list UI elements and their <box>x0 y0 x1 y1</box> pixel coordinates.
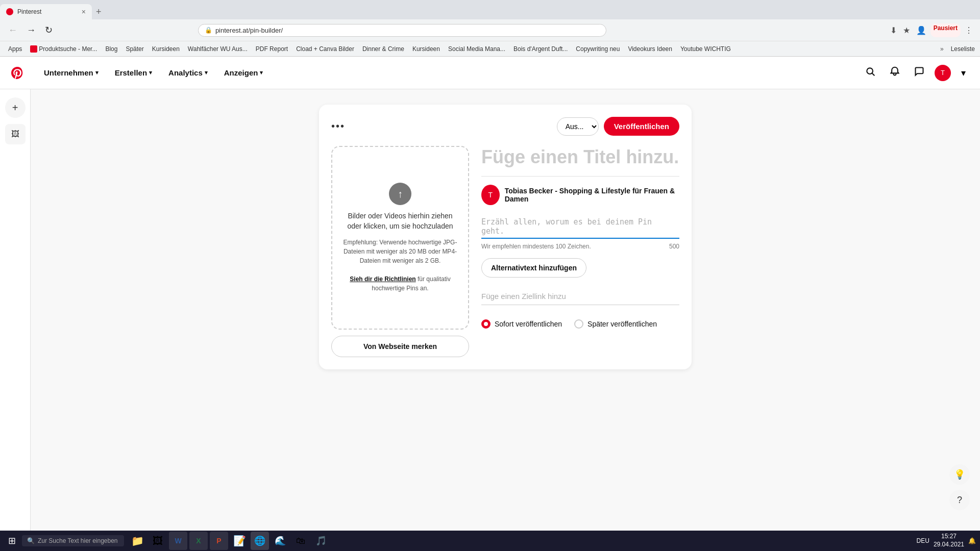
website-button[interactable]: Von Webseite merken <box>331 336 469 357</box>
refresh-button[interactable]: ↻ <box>42 22 56 38</box>
bookmark-wahlfacher[interactable]: Wahlfächer WU Aus... <box>185 44 251 54</box>
address-bar[interactable]: 🔒 pinterest.at/pin-builder/ <box>198 24 606 37</box>
start-button[interactable]: ⊞ <box>4 533 20 548</box>
bookmark-kursideen2-label: Kursideen <box>412 45 440 53</box>
link-input[interactable] <box>481 288 679 305</box>
publish-now-option[interactable]: Sofort veröffentlichen <box>481 319 562 329</box>
taskbar-date-display: 29.04.2021 <box>934 541 964 549</box>
user-menu-chevron[interactable]: ▾ <box>957 63 970 83</box>
pin-builder-card: ••• Aus... Veröffentlichen ↑ Bi <box>319 105 692 369</box>
nav-analytics-label: Analytics <box>168 68 203 77</box>
card-actions: Aus... Veröffentlichen <box>557 117 679 136</box>
taskbar-app-edge[interactable]: 🌊 <box>271 532 289 550</box>
bookmark-pdf[interactable]: PDF Report <box>253 44 291 54</box>
bookmark-dinner[interactable]: Dinner & Crime <box>359 44 407 54</box>
upload-recommendation: Empfehlung: Verwende hochwertige JPG-Dat… <box>342 238 458 293</box>
lightbulb-button[interactable]: 💡 <box>949 464 970 485</box>
back-button[interactable]: ← <box>5 23 20 38</box>
richtlinien-link[interactable]: Sieh dir die Richtlinien <box>350 276 415 283</box>
upload-area[interactable]: ↑ Bilder oder Videos hierhin ziehen oder… <box>331 146 469 330</box>
messages-button[interactable] <box>910 62 928 83</box>
nav-erstellen[interactable]: Erstellen ▾ <box>108 64 159 81</box>
bookmark-videokurs[interactable]: Videokurs Ideen <box>625 44 675 54</box>
nav-unternehmen[interactable]: Unternehmen ▾ <box>37 64 106 81</box>
search-button[interactable] <box>861 62 879 83</box>
bookmark-blog[interactable]: Blog <box>102 44 120 54</box>
card-header: ••• Aus... Veröffentlichen <box>331 117 679 136</box>
taskbar-app-store[interactable]: 🛍 <box>291 532 310 550</box>
tab-label: Pinterest <box>17 8 78 15</box>
taskbar-notification-btn[interactable]: 🔔 <box>968 537 976 544</box>
more-bookmarks-btn[interactable]: » <box>937 44 947 54</box>
paused-badge[interactable]: Pausiert <box>930 23 961 37</box>
taskbar-clock: 15:27 29.04.2021 <box>934 533 964 548</box>
chevron-down-icon: ▾ <box>205 69 208 76</box>
favorites-icon[interactable]: ★ <box>901 23 912 37</box>
more-options-button[interactable]: ••• <box>331 120 345 132</box>
form-section: Füge einen Titel hinzu. T Tobias Becker … <box>481 146 679 357</box>
browser-toolbar: ← → ↻ 🔒 pinterest.at/pin-builder/ ⬇ ★ 👤 … <box>0 19 980 41</box>
new-tab-button[interactable]: + <box>92 7 106 17</box>
bookmark-youtube[interactable]: Youtube WICHTIG <box>677 44 734 54</box>
sidebar-image-button[interactable]: 🖼 <box>5 124 26 144</box>
bookmark-kursideen1[interactable]: Kursideen <box>149 44 183 54</box>
taskbar-system-icons: DEU <box>917 537 929 544</box>
tab-close-btn[interactable]: × <box>82 8 86 16</box>
nav-menu: Unternehmen ▾ Erstellen ▾ Analytics ▾ An… <box>37 64 270 81</box>
nav-right: T ▾ <box>861 62 970 83</box>
description-input[interactable] <box>481 213 679 239</box>
bookmark-blog-label: Blog <box>105 45 117 53</box>
bookmark-produktsuche[interactable]: Produktsuche - Mer... <box>27 44 100 54</box>
bookmark-social-media[interactable]: Social Media Mana... <box>445 44 508 54</box>
notifications-button[interactable] <box>886 62 904 83</box>
bookmark-kursideen2[interactable]: Kursideen <box>409 44 443 54</box>
nav-unternehmen-label: Unternehmen <box>44 68 93 77</box>
taskbar-app-spotify[interactable]: 🎵 <box>312 532 330 550</box>
bookmark-canva[interactable]: Cload + Canva Bilder <box>293 44 357 54</box>
taskbar-app-excel[interactable]: X <box>189 532 208 550</box>
publish-now-radio[interactable] <box>481 319 491 329</box>
card-body: ↑ Bilder oder Videos hierhin ziehen oder… <box>331 146 679 357</box>
alt-text-button[interactable]: Alternativtext hinzufügen <box>481 258 586 278</box>
upload-section: ↑ Bilder oder Videos hierhin ziehen oder… <box>331 146 469 357</box>
upload-main-text: Bilder oder Videos hierhin ziehen oder k… <box>342 211 458 231</box>
bookmark-bois[interactable]: Bois d'Argent Duft... <box>510 44 571 54</box>
lock-icon: 🔒 <box>205 27 212 34</box>
active-tab[interactable]: Pinterest × <box>0 4 92 19</box>
bookmark-apps[interactable]: Apps <box>5 44 25 54</box>
description-hint: Wir empfehlen mindestens 100 Zeichen. 50… <box>481 243 679 250</box>
user-avatar[interactable]: T <box>935 65 951 81</box>
forward-button[interactable]: → <box>23 23 39 38</box>
taskbar-lang: DEU <box>917 537 929 544</box>
sidebar: + 🖼 <box>0 89 31 551</box>
bookmark-spater[interactable]: Später <box>122 44 146 54</box>
plus-icon: + <box>12 102 18 114</box>
taskbar-app-word[interactable]: W <box>169 532 187 550</box>
taskbar-app-powerpoint[interactable]: P <box>210 532 228 550</box>
taskbar-app-photos[interactable]: 🖼 <box>149 532 167 550</box>
more-icon[interactable]: ⋮ <box>963 23 975 37</box>
reading-list[interactable]: Leseliste <box>951 45 975 53</box>
taskbar-app-files[interactable]: 📁 <box>128 532 146 550</box>
search-icon: 🔍 <box>27 537 35 544</box>
download-icon[interactable]: ⬇ <box>888 23 899 37</box>
pin-title-placeholder[interactable]: Füge einen Titel hinzu. <box>481 146 679 168</box>
taskbar-app-chrome[interactable]: 🌐 <box>251 532 269 550</box>
bookmark-pdf-label: PDF Report <box>256 45 288 53</box>
nav-anzeigen-label: Anzeigen <box>224 68 258 77</box>
publish-button[interactable]: Veröffentlichen <box>604 117 679 136</box>
profile-row: T Tobias Becker - Shopping & Lifestyle f… <box>481 185 679 205</box>
nav-analytics[interactable]: Analytics ▾ <box>161 64 215 81</box>
profile-icon[interactable]: 👤 <box>914 23 928 37</box>
nav-anzeigen[interactable]: Anzeigen ▾ <box>217 64 271 81</box>
sidebar-add-button[interactable]: + <box>5 97 26 118</box>
publish-later-option[interactable]: Später veröffentlichen <box>574 319 657 329</box>
taskbar-search[interactable]: 🔍 Zur Suche Text hier eingeben <box>22 535 124 546</box>
publish-later-radio[interactable] <box>574 319 583 329</box>
taskbar-app-onenote[interactable]: 📝 <box>230 532 249 550</box>
help-button[interactable]: ? <box>949 490 970 510</box>
publish-select[interactable]: Aus... <box>557 117 599 136</box>
bookmark-youtube-label: Youtube WICHTIG <box>680 45 731 53</box>
bookmark-copywriting[interactable]: Copywriting neu <box>573 44 623 54</box>
browser-chrome: Pinterest × + ← → ↻ 🔒 pinterest.at/pin-b… <box>0 0 980 57</box>
